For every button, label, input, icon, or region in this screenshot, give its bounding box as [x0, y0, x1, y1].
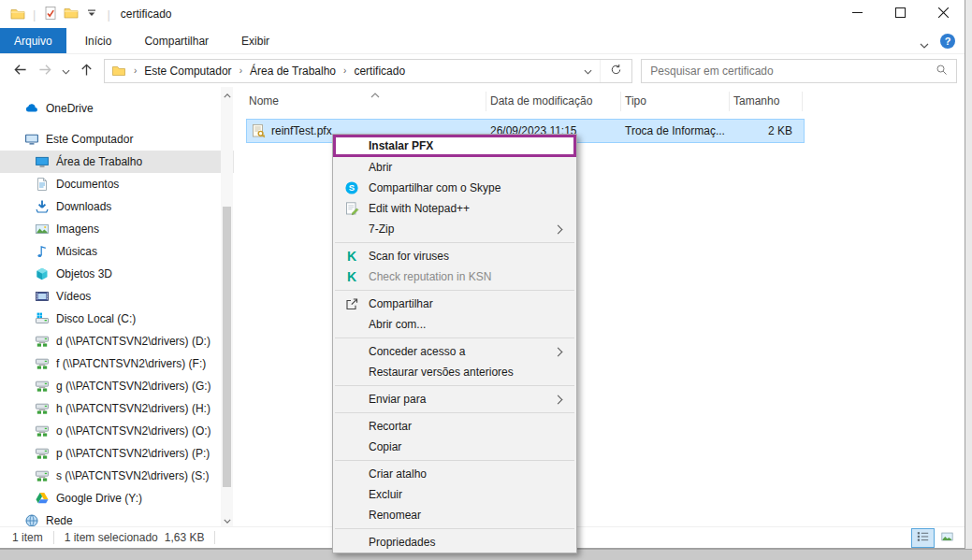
network-drive-icon — [35, 334, 51, 350]
context-menu-item-label: Abrir com... — [369, 318, 426, 331]
context-menu-item[interactable] — [333, 409, 576, 416]
breadcrumb-separator: › — [232, 65, 250, 76]
context-menu-item[interactable] — [333, 525, 576, 532]
search-input[interactable] — [650, 65, 936, 78]
sidebar-item-label: OneDrive — [46, 102, 94, 115]
column-header[interactable]: Nome — [247, 92, 486, 111]
ribbon-tabs: ArquivoInícioCompartilharExibir ? — [0, 28, 965, 54]
context-menu-item[interactable]: S Compartilhar com o Skype — [333, 178, 576, 198]
breadcrumb-item[interactable]: Este Computador — [144, 65, 231, 78]
close-button[interactable] — [921, 0, 965, 28]
context-menu-item[interactable]: Renomear — [333, 505, 576, 525]
up-button[interactable] — [74, 58, 99, 83]
maximize-button[interactable] — [878, 0, 921, 28]
sidebar-item[interactable]: Google Drive (Y:) — [0, 487, 234, 510]
sidebar-item[interactable]: g (\\PATCNTSVN2\drivers) (G:) — [0, 375, 234, 397]
sidebar-item[interactable]: Este Computador — [0, 128, 234, 151]
context-menu-item[interactable]: Restaurar versões anteriores — [333, 362, 576, 382]
thumbnails-view-button[interactable] — [936, 529, 958, 547]
context-menu-item[interactable]: Abrir com... — [333, 314, 576, 335]
recent-locations-button[interactable] — [58, 58, 74, 83]
sidebar-item[interactable]: Documentos — [0, 173, 234, 195]
window-controls — [835, 0, 965, 28]
address-dropdown-button[interactable] — [575, 60, 600, 82]
view-thumbnails-icon — [940, 530, 954, 546]
documents-icon — [35, 177, 51, 193]
breadcrumb-item[interactable]: certificado — [354, 65, 405, 78]
ribbon-tab[interactable]: Início — [71, 28, 126, 53]
help-button[interactable]: ? — [940, 34, 955, 49]
sidebar-item[interactable]: Vídeos — [0, 285, 234, 308]
videos-icon — [35, 289, 51, 305]
sidebar-item[interactable]: s (\\PATCNTSVN2\drivers) (S:) — [0, 465, 234, 487]
sidebar-item[interactable]: Músicas — [0, 240, 234, 263]
details-view-button[interactable] — [912, 529, 934, 547]
sidebar-item-label: o (\\PATCNTSVN2\drivers) (O:) — [56, 424, 211, 438]
context-menu-item[interactable]: Conceder acesso a — [333, 341, 576, 362]
context-menu-item[interactable] — [333, 335, 576, 341]
context-menu-item[interactable]: Excluir — [333, 484, 576, 505]
skype-icon: S — [344, 180, 361, 195]
folder-small-icon — [111, 64, 126, 79]
context-menu-item[interactable]: Instalar PFX — [333, 135, 576, 157]
kaspersky-icon: K — [344, 249, 361, 264]
context-menu-item[interactable]: Edit with Notepad++ — [333, 198, 576, 219]
network-drive-icon — [35, 379, 51, 395]
context-menu-item[interactable]: Enviar para — [333, 389, 576, 409]
sidebar-item[interactable]: Disco Local (C:) — [0, 308, 234, 330]
sidebar-item[interactable]: f (\\PATCNTSVN2\drivers) (F:) — [0, 352, 234, 375]
context-menu-item[interactable] — [333, 457, 576, 464]
sidebar-item[interactable]: d (\\PATCNTSVN2\drivers) (D:) — [0, 330, 234, 352]
sidebar-item-label: Vídeos — [56, 290, 91, 303]
qat-new-folder-button[interactable] — [61, 4, 81, 24]
scroll-up-button[interactable] — [221, 88, 233, 101]
minimize-button[interactable] — [835, 0, 878, 28]
ribbon-tab-label: Exibir — [241, 35, 269, 48]
sidebar-scrollbar[interactable] — [221, 87, 233, 527]
expand-ribbon-button[interactable] — [920, 38, 929, 44]
context-menu-item[interactable]: K Scan for viruses — [333, 246, 576, 266]
column-header[interactable]: Tipo — [621, 92, 730, 111]
no-icon — [344, 138, 361, 153]
chevron-down-icon — [584, 65, 592, 78]
ribbon-tab[interactable]: Exibir — [227, 28, 283, 53]
sidebar-item[interactable]: Área de Trabalho — [0, 151, 234, 173]
context-menu-item[interactable] — [333, 239, 576, 246]
context-menu-item[interactable] — [333, 287, 576, 294]
context-menu-item[interactable]: Criar atalho — [333, 464, 576, 484]
sidebar-item[interactable]: Rede — [0, 510, 234, 527]
context-menu-item[interactable]: Compartilhar — [333, 294, 576, 314]
scrollbar-thumb[interactable] — [223, 207, 231, 487]
sidebar-item[interactable]: Imagens — [0, 218, 234, 240]
sidebar-item[interactable]: OneDrive — [0, 97, 234, 120]
sidebar-item[interactable]: h (\\PATCNTSVN2\drivers) (H:) — [0, 397, 234, 420]
context-menu-item[interactable]: Recortar — [333, 416, 576, 437]
ribbon-tab[interactable]: Compartilhar — [130, 28, 223, 53]
context-menu-item-label: Renomear — [369, 509, 421, 522]
context-menu-item[interactable]: K Check reputation in KSN — [333, 266, 576, 287]
column-header[interactable]: Data de modificação — [486, 92, 621, 111]
sidebar-item-label: Google Drive (Y:) — [56, 492, 142, 505]
breadcrumb-item[interactable]: Área de Trabalho — [250, 65, 336, 78]
sidebar-item[interactable]: Downloads — [0, 195, 234, 218]
context-menu-item[interactable]: Propriedades — [333, 532, 576, 553]
column-header[interactable]: Tamanho — [730, 92, 803, 111]
scroll-down-button[interactable] — [221, 513, 233, 526]
sidebar-item[interactable]: Objetos 3D — [0, 263, 234, 285]
no-icon — [344, 508, 361, 523]
chevron-up-icon — [224, 88, 231, 101]
sidebar-item[interactable]: p (\\PATCNTSVN2\drivers) (P:) — [0, 442, 234, 465]
back-button[interactable] — [7, 58, 33, 83]
forward-button[interactable] — [33, 58, 58, 83]
context-menu-item[interactable]: Abrir — [333, 157, 576, 178]
refresh-button[interactable] — [600, 60, 631, 82]
context-menu-item[interactable] — [333, 382, 576, 389]
network-drive-icon — [35, 468, 51, 484]
screen: | | certificado ArquivoInícioCompartilha… — [0, 0, 972, 560]
qat-properties-button[interactable] — [40, 4, 61, 24]
qat-customize-button[interactable] — [81, 4, 102, 24]
sidebar-item[interactable]: o (\\PATCNTSVN2\drivers) (O:) — [0, 420, 234, 442]
context-menu-item[interactable]: 7-Zip — [333, 219, 576, 239]
ribbon-tab[interactable]: Arquivo — [0, 28, 66, 53]
context-menu-item[interactable]: Copiar — [333, 437, 576, 457]
